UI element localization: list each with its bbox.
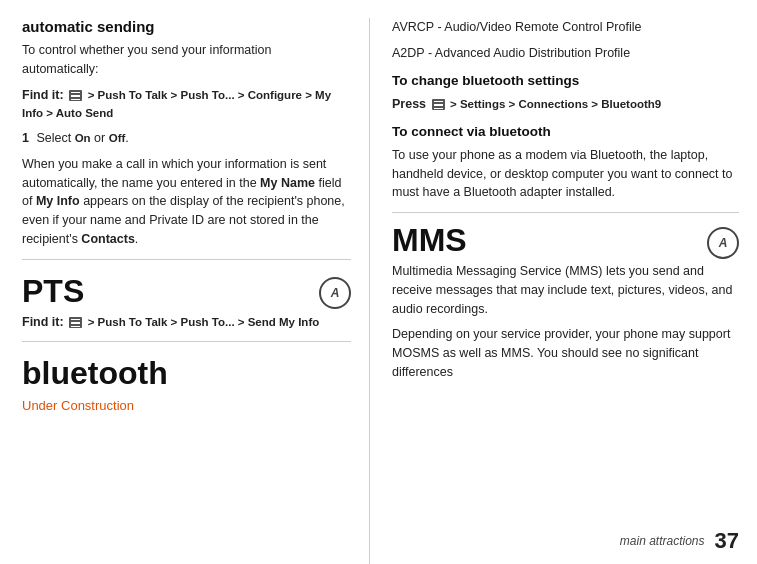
mms-desc1: Multimedia Messaging Service (MMS) lets … xyxy=(392,262,739,318)
pts-icon: A xyxy=(319,277,351,309)
auto-sending-intro: To control whether you send your informa… xyxy=(22,41,351,79)
change-bt-path: > Settings > Connections > Bluetooth9 xyxy=(450,98,661,110)
find-it-block: Find it: > Push To Talk > Push To... > C… xyxy=(22,86,351,124)
avrcp-line: AVRCP - Audio/Video Remote Control Profi… xyxy=(392,18,739,37)
footer-page-num: 37 xyxy=(715,528,739,554)
step1-or: or xyxy=(91,131,109,145)
mms-icon: A xyxy=(707,227,739,259)
a2dp-line: A2DP - Advanced Audio Distribution Profi… xyxy=(392,44,739,63)
pts-header: PTS A xyxy=(22,274,351,313)
auto-send-desc: When you make a call in which your infor… xyxy=(22,155,351,249)
right-column: AVRCP - Audio/Video Remote Control Profi… xyxy=(370,18,757,564)
connect-bt-desc: To use your phone as a modem via Bluetoo… xyxy=(392,146,739,202)
step1-on: On xyxy=(75,132,91,144)
divider-pts xyxy=(22,259,351,260)
under-construction-text: Under Construction xyxy=(22,396,351,416)
find-it-label: Find it: xyxy=(22,88,64,102)
footer-label: main attractions xyxy=(620,534,705,548)
mms-title: MMS xyxy=(392,223,467,258)
divider-mms xyxy=(392,212,739,213)
left-column: automatic sending To control whether you… xyxy=(0,18,370,564)
change-bt-heading: To change bluetooth settings xyxy=(392,71,739,91)
pts-section: PTS A Find it: > Push To Talk > Push To.… xyxy=(22,274,351,332)
menu-icon-1 xyxy=(69,90,82,101)
menu-icon-pts xyxy=(69,317,82,328)
pts-title: PTS xyxy=(22,274,84,309)
menu-icon-change xyxy=(432,99,445,110)
bluetooth-section: bluetooth Under Construction xyxy=(22,356,351,415)
divider-bluetooth xyxy=(22,341,351,342)
auto-sending-title: automatic sending xyxy=(22,18,351,35)
step1-off: Off xyxy=(109,132,126,144)
pts-find-it-block: Find it: > Push To Talk > Push To... > S… xyxy=(22,313,351,332)
bluetooth-title: bluetooth xyxy=(22,356,351,391)
step1-text: 1 Select On or Off. xyxy=(22,129,351,148)
step1-period: . xyxy=(125,131,128,145)
pts-find-it-label: Find it: xyxy=(22,315,64,329)
connect-bt-heading: To connect via bluetooth xyxy=(392,122,739,142)
step1-num: 1 xyxy=(22,131,29,145)
mms-header: MMS A xyxy=(392,223,739,262)
change-bt-find-it: Press > Settings > Connections > Bluetoo… xyxy=(392,95,739,114)
footer: main attractions 37 xyxy=(620,528,739,554)
step1-pre: Select xyxy=(36,131,74,145)
pts-find-it-path: > Push To Talk > Push To... > Send My In… xyxy=(88,316,320,328)
press-label: Press xyxy=(392,97,426,111)
mms-desc2: Depending on your service provider, your… xyxy=(392,325,739,381)
